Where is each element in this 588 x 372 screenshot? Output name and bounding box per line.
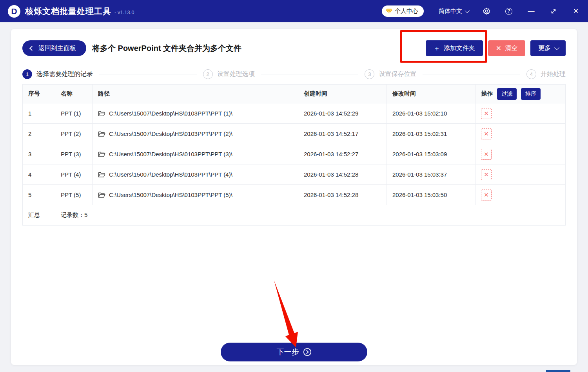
chevron-left-icon — [29, 46, 34, 51]
col-header-index: 序号 — [23, 85, 55, 103]
sort-button[interactable]: 排序 — [521, 88, 541, 100]
cell-index: 2 — [23, 124, 55, 144]
cell-modified: 2026-01-03 15:02:31 — [387, 124, 475, 144]
back-button-label: 返回到主面板 — [38, 44, 76, 52]
cell-index: 3 — [23, 144, 55, 164]
gem-icon — [386, 8, 392, 14]
summary-row: 汇总 记录数：5 — [23, 205, 566, 226]
close-button[interactable]: ✕ — [572, 7, 580, 16]
table-header-row: 序号 名称 路径 创建时间 修改时间 操作 过滤 排序 — [23, 85, 566, 103]
cell-created: 2026-01-03 14:52:28 — [298, 164, 387, 185]
table-body: 1 PPT (1) C:\Users\15007\Desktop\HS\0103… — [23, 103, 566, 205]
maximize-button[interactable] — [549, 7, 558, 16]
open-folder-icon — [98, 192, 105, 198]
user-center-button[interactable]: 个人中心 — [382, 5, 424, 17]
col-header-modified: 修改时间 — [387, 85, 475, 103]
panel-header: 返回到主面板 将多个 PowerPoint 文件夹合并为多个文件 ＋ 添加文件夹… — [22, 40, 566, 56]
col-header-created: 创建时间 — [298, 85, 387, 103]
page-title: 将多个 PowerPoint 文件夹合并为多个文件 — [92, 43, 241, 54]
table-row: 2 PPT (2) C:\Users\15007\Desktop\HS\0103… — [23, 124, 566, 144]
cell-path: C:\Users\15007\Desktop\HS\0103PPT\PPT (3… — [109, 151, 232, 157]
more-label: 更多 — [538, 44, 551, 52]
open-folder-icon — [98, 131, 105, 137]
cell-path: C:\Users\15007\Desktop\HS\0103PPT\PPT (5… — [109, 191, 232, 198]
delete-row-button[interactable]: ✕ — [481, 108, 492, 119]
language-label: 简体中文 — [439, 7, 462, 15]
cell-name: PPT (2) — [55, 124, 93, 144]
cell-name: PPT (4) — [55, 164, 93, 185]
step-4-number: 4 — [526, 69, 536, 79]
table-row: 3 PPT (3) C:\Users\15007\Desktop\HS\0103… — [23, 144, 566, 164]
main-panel: 返回到主面板 将多个 PowerPoint 文件夹合并为多个文件 ＋ 添加文件夹… — [11, 29, 577, 365]
step-4-start-processing: 4 开始处理 — [526, 69, 566, 79]
clear-label: 清空 — [505, 44, 517, 52]
table-row: 1 PPT (1) C:\Users\15007\Desktop\HS\0103… — [23, 103, 566, 124]
delete-row-button[interactable]: ✕ — [481, 190, 492, 200]
add-folder-button[interactable]: ＋ 添加文件夹 — [426, 40, 483, 56]
cell-name: PPT (3) — [55, 144, 93, 164]
x-icon: ✕ — [496, 44, 501, 52]
cell-path: C:\Users\15007\Desktop\HS\0103PPT\PPT (1… — [109, 110, 232, 117]
record-count: 记录数：5 — [55, 205, 566, 226]
cell-created: 2026-01-03 14:52:29 — [298, 103, 387, 124]
next-step-button[interactable]: 下一步 — [221, 343, 367, 361]
step-connector — [99, 74, 197, 74]
step-connector — [423, 74, 520, 74]
clear-button[interactable]: ✕ 清空 — [488, 40, 525, 56]
delete-row-button[interactable]: ✕ — [481, 128, 492, 139]
cell-modified: 2026-01-03 15:03:37 — [387, 164, 475, 185]
step-indicator: 1 选择需要处理的记录 2 设置处理选项 3 设置保存位置 4 开始处理 — [22, 69, 566, 79]
app-version: - v1.13.0 — [114, 9, 134, 15]
cell-created: 2026-01-03 14:52:28 — [298, 185, 387, 205]
language-selector[interactable]: 简体中文 — [439, 7, 468, 15]
cell-modified: 2026-01-03 15:03:09 — [387, 144, 475, 164]
chevron-down-icon — [554, 45, 559, 50]
step-connector — [261, 74, 359, 74]
bottom-floating-widget-partial[interactable] — [546, 370, 570, 372]
more-button[interactable]: 更多 — [530, 40, 566, 56]
records-table: 序号 名称 路径 创建时间 修改时间 操作 过滤 排序 1 PPT (1) — [22, 84, 566, 226]
cell-modified: 2026-01-03 15:02:10 — [387, 103, 475, 124]
cell-path: C:\Users\15007\Desktop\HS\0103PPT\PPT (4… — [109, 171, 232, 178]
step-2-label: 设置处理选项 — [217, 70, 255, 78]
plus-icon: ＋ — [434, 44, 440, 53]
cell-index: 4 — [23, 164, 55, 185]
minimize-button[interactable]: — — [527, 7, 535, 16]
delete-row-button[interactable]: ✕ — [481, 169, 492, 180]
user-center-label: 个人中心 — [395, 7, 418, 15]
step-4-label: 开始处理 — [541, 70, 566, 78]
add-folder-label: 添加文件夹 — [444, 44, 475, 52]
step-3-number: 3 — [365, 69, 374, 79]
cell-index: 1 — [23, 103, 55, 124]
app-title: 核烁文档批量处理工具 — [25, 6, 111, 17]
open-folder-icon — [98, 172, 105, 178]
cell-created: 2026-01-03 14:52:17 — [298, 124, 387, 144]
cell-name: PPT (5) — [55, 185, 93, 205]
col-header-name: 名称 — [55, 85, 93, 103]
settings-gear-icon[interactable] — [482, 7, 491, 16]
help-icon[interactable]: ? — [505, 7, 513, 16]
expand-icon — [550, 8, 557, 14]
next-step-label: 下一步 — [277, 347, 299, 357]
table-row: 5 PPT (5) C:\Users\15007\Desktop\HS\0103… — [23, 185, 566, 205]
col-header-action: 操作 — [481, 90, 493, 98]
open-folder-icon — [98, 110, 105, 117]
cell-path: C:\Users\15007\Desktop\HS\0103PPT\PPT (2… — [109, 130, 232, 137]
back-to-dashboard-button[interactable]: 返回到主面板 — [22, 40, 86, 56]
filter-button[interactable]: 过滤 — [497, 88, 517, 100]
step-3-label: 设置保存位置 — [379, 70, 416, 78]
app-logo: D — [8, 5, 20, 18]
cell-name: PPT (1) — [55, 103, 93, 124]
cell-modified: 2026-01-03 15:03:50 — [387, 185, 475, 205]
col-header-path: 路径 — [93, 85, 298, 103]
open-folder-icon — [98, 151, 105, 157]
delete-row-button[interactable]: ✕ — [481, 149, 492, 160]
step-1-label: 选择需要处理的记录 — [36, 70, 93, 78]
step-1-select-records: 1 选择需要处理的记录 — [22, 69, 93, 79]
step-2-number: 2 — [203, 69, 213, 79]
chevron-down-icon — [465, 8, 470, 13]
titlebar: D 核烁文档批量处理工具 - v1.13.0 个人中心 简体中文 ? — [0, 0, 588, 22]
step-1-number: 1 — [22, 69, 32, 79]
circle-arrow-right-icon — [303, 348, 312, 356]
step-3-save-location: 3 设置保存位置 — [365, 69, 416, 79]
